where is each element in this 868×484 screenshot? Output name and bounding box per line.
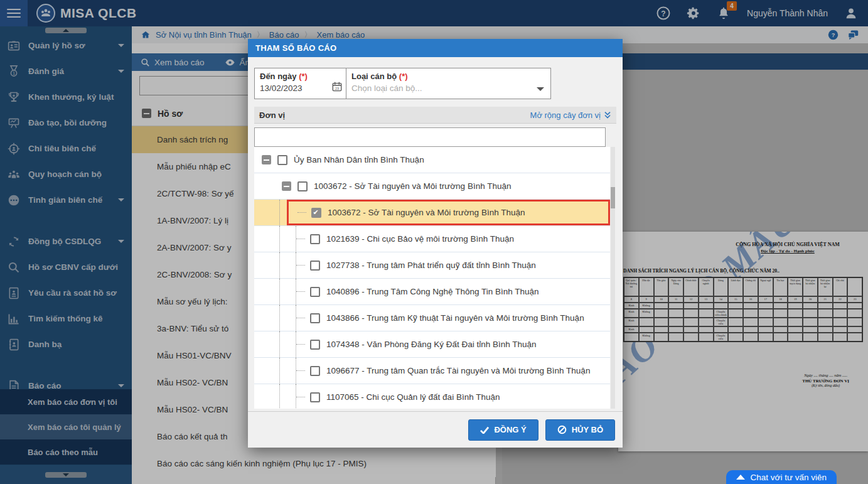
collapse-icon[interactable] (282, 181, 291, 191)
unit-tree-label: 1043866 - Trung tâm Kỹ thuật Tài nguyên … (326, 313, 584, 323)
unit-checkbox[interactable] (310, 234, 320, 244)
chat-arrow-icon (736, 475, 745, 480)
tree-scrollbar-thumb[interactable] (611, 187, 615, 208)
unit-tree-label: Ủy Ban Nhân Dân tỉnh Bình Thuận (294, 155, 424, 164)
chat-label: Chat với tư vấn viên (751, 473, 827, 482)
staff-type-label: Loại cán bộ (351, 72, 397, 81)
svg-text:23: 23 (335, 87, 339, 90)
unit-tree-row[interactable]: 1074348 - Văn Phòng Đăng Ký Đất Đai tỉnh… (254, 331, 610, 358)
cancel-icon (557, 425, 567, 434)
unit-checkbox[interactable] (310, 340, 320, 350)
collapse-icon[interactable] (262, 155, 271, 164)
unit-tree-row[interactable]: 1003672 - Sở Tài nguyên và Môi trường Bì… (254, 173, 610, 200)
cancel-button[interactable]: HỦY BỎ (545, 419, 615, 441)
dialog-footer: ĐỒNG Ý HỦY BỎ (248, 411, 623, 448)
unit-tree-label: 1021639 - Chi cục Bảo vệ môi trường Bình… (326, 234, 514, 244)
unit-tree-label: 1027738 - Trung tâm Phát triển quỹ đất t… (326, 261, 536, 270)
ok-button[interactable]: ĐỒNG Ý (468, 419, 538, 441)
unit-checkbox[interactable] (297, 181, 308, 191)
staff-type-field[interactable]: Loại cán bộ (*) Chọn loại cán bộ... (346, 68, 550, 99)
unit-checkbox[interactable] (310, 261, 320, 271)
unit-tree-row[interactable]: 1043866 - Trung tâm Kỹ thuật Tài nguyên … (254, 305, 610, 331)
unit-tree-label: 1003672 - Sở Tài nguyên và Môi trường Bì… (314, 181, 511, 191)
to-date-field[interactable]: Đến ngày (*) 13/02/2023 23 (255, 68, 346, 99)
unit-checkbox[interactable] (277, 155, 287, 165)
calendar-icon[interactable]: 23 (332, 82, 342, 94)
required-mark: (*) (299, 72, 308, 81)
chat-support-button[interactable]: Chat với tư vấn viên (726, 470, 837, 484)
unit-tree-row[interactable]: 1096677 - Trung tâm Quan trắc Tài nguyên… (254, 358, 610, 384)
to-date-label: Đến ngày (260, 72, 297, 81)
unit-tree-label: 1107065 - Chi cục Quản lý đất đai Bình T… (326, 392, 500, 402)
unit-checkbox[interactable] (310, 366, 320, 376)
dialog-form: Đến ngày (*) 13/02/2023 23 Loại cán bộ (… (254, 68, 551, 99)
unit-tree-label: 1074348 - Văn Phòng Đăng Ký Đất Đai tỉnh… (326, 340, 536, 349)
check-icon (480, 426, 489, 434)
unit-tree-row[interactable]: 1040896 - Trung Tâm Công Nghệ Thông Tin … (254, 279, 610, 305)
unit-tree-row[interactable]: 1107065 - Chi cục Quản lý đất đai Bình T… (254, 384, 610, 409)
unit-tree-row-selected[interactable]: 1003672 - Sở Tài nguyên và Môi trường Bì… (254, 200, 610, 226)
double-chevron-down-icon (604, 111, 611, 119)
unit-tree-row[interactable]: Ủy Ban Nhân Dân tỉnh Bình Thuận (254, 147, 610, 173)
to-date-value[interactable]: 13/02/2023 (260, 83, 341, 93)
dropdown-caret-icon[interactable] (537, 87, 544, 91)
unit-checkbox[interactable] (310, 313, 320, 323)
required-mark: (*) (399, 72, 408, 81)
unit-search-input[interactable] (254, 127, 606, 147)
dialog-title: THAM SỐ BÁO CÁO (248, 39, 623, 57)
unit-checkbox[interactable] (310, 287, 320, 297)
app-root: MISA QLCB ? 4 Nguyễn Thành Nhân Sở Nội v… (0, 0, 868, 484)
unit-label: Đơn vị (259, 110, 285, 120)
unit-checkbox-checked[interactable] (311, 208, 321, 218)
unit-tree-row[interactable]: 1021639 - Chi cục Bảo vệ môi trường Bình… (254, 226, 610, 252)
staff-type-placeholder[interactable]: Chọn loại cán bộ... (351, 83, 545, 93)
unit-tree-row[interactable]: 1027738 - Trung tâm Phát triển quỹ đất t… (254, 252, 610, 279)
unit-tree-label: 1096677 - Trung tâm Quan trắc Tài nguyên… (326, 366, 590, 375)
unit-tree: Ủy Ban Nhân Dân tỉnh Bình Thuận 1003672 … (254, 147, 610, 409)
tree-scrollbar[interactable] (611, 147, 615, 409)
unit-tree-label: 1040896 - Trung Tâm Công Nghệ Thông Tin … (326, 287, 538, 296)
selected-unit-highlight: 1003672 - Sở Tài nguyên và Môi trường Bì… (287, 200, 610, 225)
unit-checkbox[interactable] (310, 392, 320, 402)
unit-section-header: Đơn vị Mở rộng cây đơn vị (254, 107, 616, 124)
unit-tree-label: 1003672 - Sở Tài nguyên và Môi trường Bì… (328, 208, 525, 217)
report-parameters-dialog: THAM SỐ BÁO CÁO Đến ngày (*) 13/02/2023 … (248, 39, 623, 448)
expand-tree-link[interactable]: Mở rộng cây đơn vị (530, 110, 611, 120)
